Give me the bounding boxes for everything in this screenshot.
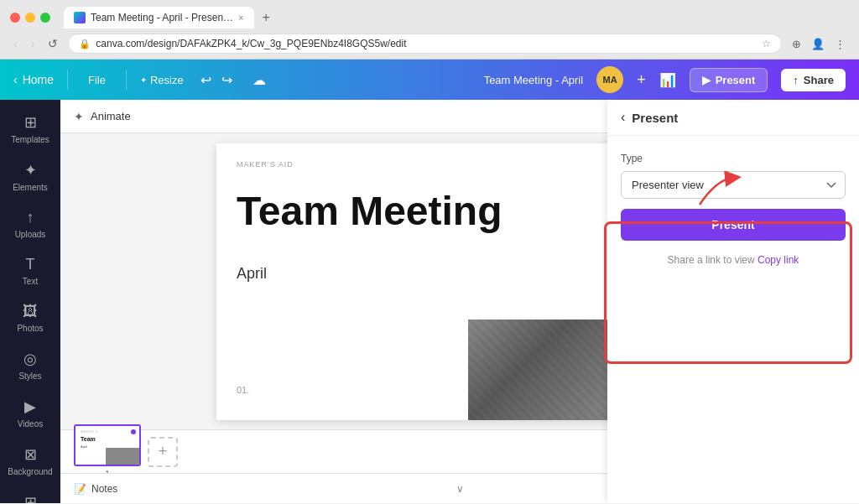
refresh-btn[interactable]: ↺: [44, 35, 61, 52]
uploads-label: Uploads: [15, 230, 46, 239]
share-arrow-icon: ↑: [793, 74, 799, 86]
browser-window-controls: [10, 13, 50, 23]
present-panel-back-btn[interactable]: ‹: [621, 110, 625, 125]
resize-btn[interactable]: ✦ Resize: [140, 74, 184, 86]
sidebar-item-photos[interactable]: 🖼 Photos: [3, 296, 57, 340]
slide-selected-dot: [131, 429, 136, 434]
sidebar-item-all-designs[interactable]: ⊞ All your de…: [3, 486, 57, 503]
cloud-save-btn[interactable]: ☁: [249, 69, 269, 91]
elements-label: Elements: [13, 183, 48, 192]
styles-icon: ◎: [23, 350, 37, 368]
present-type-label: Type: [621, 153, 846, 164]
tab-favicon: [74, 12, 86, 23]
undo-btn[interactable]: ↩: [197, 69, 215, 91]
present-btn[interactable]: ▶ Present: [690, 68, 768, 92]
app-main: ⊞ Templates ✦ Elements ↑ Uploads T Text …: [0, 100, 859, 503]
back-btn[interactable]: ‹: [10, 35, 21, 52]
close-window-btn[interactable]: [10, 13, 20, 23]
home-chevron-icon: ‹: [13, 73, 18, 86]
slide-subtitle-text: April: [237, 265, 267, 283]
mini-title: Team: [81, 436, 96, 442]
resize-icon: ✦: [140, 75, 147, 85]
minimize-window-btn[interactable]: [25, 13, 35, 23]
sidebar-item-uploads[interactable]: ↑ Uploads: [3, 202, 57, 246]
mini-maker-aid: MAKER'S: [81, 429, 98, 434]
styles-label: Styles: [18, 372, 41, 381]
copy-link-btn[interactable]: Copy link: [757, 254, 799, 266]
present-now-btn[interactable]: Present: [621, 209, 846, 241]
mini-image: [106, 448, 139, 465]
sidebar-item-videos[interactable]: ▶ Videos: [3, 391, 57, 435]
sidebar-item-elements[interactable]: ✦ Elements: [3, 154, 57, 199]
present-panel-body: Type Presenter viewStandardAutoplayFull …: [607, 136, 859, 283]
canvas-area: ✦ Animate MAKER'S AID Team Meeting April…: [60, 100, 859, 503]
app: ‹ Home File ✦ Resize ↩ ↪ ☁ Team Meeting …: [0, 60, 859, 503]
animate-label[interactable]: Animate: [91, 110, 131, 122]
resize-label: Resize: [150, 74, 184, 86]
templates-label: Templates: [11, 135, 49, 144]
home-label: Home: [23, 73, 54, 86]
sidebar-item-styles[interactable]: ◎ Styles: [3, 343, 57, 387]
active-tab[interactable]: Team Meeting - April - Presen… ×: [64, 7, 254, 29]
add-slide-btn[interactable]: +: [148, 437, 178, 467]
file-menu-btn[interactable]: File: [81, 70, 112, 90]
tab-title: Team Meeting - April - Presen…: [91, 12, 233, 23]
present-panel-title: Present: [632, 111, 678, 125]
thumbnail-wrapper-1: MAKER'S Team April 1: [74, 424, 141, 479]
share-link-text: Share a link to view: [668, 254, 755, 266]
slide-number-text: 01.: [237, 385, 249, 395]
uploads-icon: ↑: [27, 209, 34, 226]
tab-close-btn[interactable]: ×: [238, 13, 243, 23]
present-share-text: Share a link to view Copy link: [621, 254, 846, 266]
all-designs-icon: ⊞: [24, 493, 37, 503]
present-panel: ‹ Present Type Presenter viewStandardAut…: [607, 100, 859, 503]
address-actions: ☆: [762, 38, 771, 49]
address-bar[interactable]: 🔒 canva.com/design/DAFAkZPK4_k/Cw_3g_PQE…: [68, 34, 782, 54]
templates-icon: ⊞: [24, 113, 37, 132]
home-button[interactable]: ‹ Home: [13, 73, 54, 86]
bookmark-btn[interactable]: ☆: [762, 38, 771, 49]
sidebar-item-templates[interactable]: ⊞ Templates: [3, 107, 57, 151]
present-panel-header: ‹ Present: [607, 100, 859, 136]
add-collaborator-btn[interactable]: +: [637, 71, 646, 89]
present-icon: ▶: [702, 74, 711, 86]
browser-extra-buttons: ⊕ 👤 ⋮: [789, 36, 849, 52]
notes-btn[interactable]: 📝 Notes: [74, 483, 117, 495]
toolbar-divider: [67, 70, 68, 90]
browser-chrome: Team Meeting - April - Presen… × + ‹ › ↺…: [0, 0, 859, 60]
mini-slide-1: MAKER'S Team April: [75, 426, 139, 465]
extensions-btn[interactable]: ⊕: [789, 36, 804, 52]
browser-tab-bar: Team Meeting - April - Presen… × +: [64, 7, 277, 29]
notes-label: Notes: [91, 483, 117, 495]
photos-icon: 🖼: [23, 303, 38, 320]
sidebar-item-background[interactable]: ⊠ Background: [3, 439, 57, 483]
present-type-select[interactable]: Presenter viewStandardAutoplayFull scree…: [621, 171, 846, 199]
undo-redo-group: ↩ ↪: [197, 69, 236, 91]
slide-title-text: Team Meeting: [237, 190, 502, 234]
app-toolbar: ‹ Home File ✦ Resize ↩ ↪ ☁ Team Meeting …: [0, 60, 859, 100]
toolbar-divider-2: [126, 70, 127, 90]
share-btn[interactable]: ↑ Share: [781, 69, 846, 91]
text-icon: T: [26, 256, 35, 273]
share-btn-label: Share: [804, 74, 834, 86]
text-label: Text: [23, 277, 38, 286]
user-avatar[interactable]: MA: [596, 66, 623, 93]
sidebar-item-text[interactable]: T Text: [3, 249, 57, 293]
analytics-btn[interactable]: 📊: [659, 72, 676, 88]
profile-btn[interactable]: 👤: [808, 36, 828, 52]
slide-thumbnail-1[interactable]: MAKER'S Team April: [74, 424, 141, 466]
document-title: Team Meeting - April: [484, 74, 584, 86]
forward-btn[interactable]: ›: [28, 35, 39, 52]
present-btn-label: Present: [716, 74, 756, 86]
elements-icon: ✦: [24, 161, 37, 179]
maximize-window-btn[interactable]: [40, 13, 50, 23]
videos-label: Videos: [18, 419, 43, 429]
notes-icon: 📝: [74, 483, 86, 495]
redo-btn[interactable]: ↪: [218, 69, 236, 91]
new-tab-btn[interactable]: +: [256, 7, 277, 29]
menu-btn[interactable]: ⋮: [831, 36, 849, 52]
background-label: Background: [8, 467, 52, 476]
animate-icon: ✦: [74, 110, 84, 123]
slide-maker-aid-text: MAKER'S AID: [237, 160, 294, 169]
sidebar: ⊞ Templates ✦ Elements ↑ Uploads T Text …: [0, 100, 60, 503]
